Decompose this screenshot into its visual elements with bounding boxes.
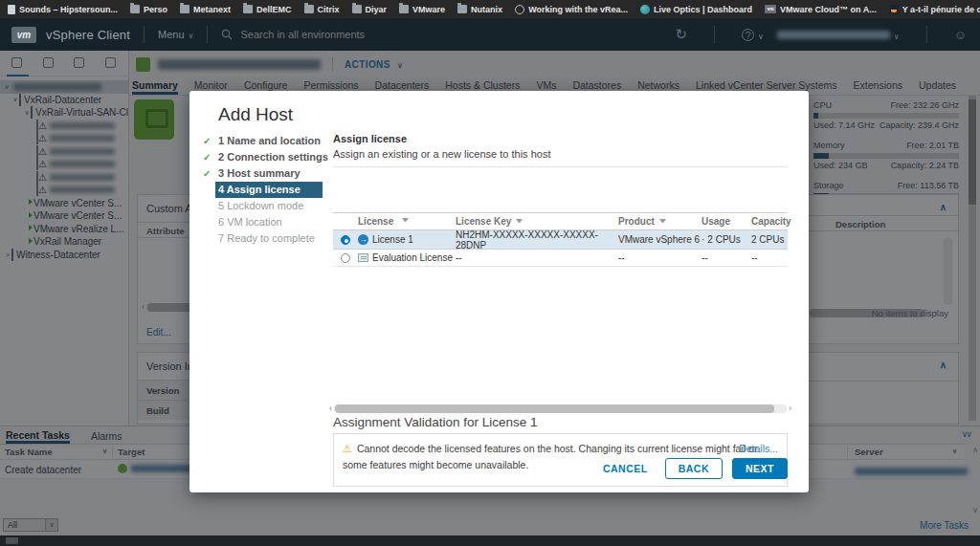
search-input[interactable] (240, 29, 451, 40)
scroll-right-icon[interactable]: › (789, 404, 791, 414)
chevron-down-icon: ∨ (894, 33, 900, 41)
menu-button[interactable]: Menu∨ (158, 29, 193, 40)
bookmark[interactable]: vmVMware Cloud™ on A... (765, 5, 877, 14)
global-search[interactable] (221, 29, 451, 40)
user-menu[interactable]: ∨ (777, 26, 900, 43)
step-host-summary[interactable]: ✓3 Host summary (189, 165, 333, 182)
product-cell: -- (618, 252, 702, 263)
search-icon (221, 29, 233, 40)
license-table-header: License License Key Product Usage Capaci… (333, 213, 788, 230)
license-icon: → (358, 234, 368, 245)
bookmark-label: Working with the vRea... (528, 5, 628, 14)
bookmark[interactable]: Working with the vRea... (515, 5, 628, 14)
next-button[interactable]: NEXT (732, 458, 788, 479)
usage-column-header[interactable]: Usage (702, 216, 751, 227)
bookmark-label: Citrix (318, 5, 340, 14)
license-name: Evaluation License (372, 252, 453, 263)
bookmark-folder[interactable]: Citrix (304, 5, 340, 14)
bookmark[interactable]: Y a-t-il pénurie de ch... (889, 5, 980, 14)
warning-icon: ⚠ (343, 443, 352, 454)
folder-icon (180, 5, 189, 13)
vm-logo[interactable]: vm (11, 27, 36, 43)
step-name-and-location[interactable]: ✓1 Name and location (189, 133, 333, 149)
feedback-smiley-icon[interactable]: ☺ (954, 28, 967, 42)
bookmark-label: DellEMC (256, 5, 292, 14)
filter-icon[interactable] (516, 219, 523, 226)
bookmark-label: Y a-t-il pénurie de ch... (902, 5, 980, 14)
folder-icon (352, 5, 362, 13)
folder-icon (399, 5, 409, 13)
help-icon: ? (742, 29, 754, 41)
license-key-cell: -- (456, 252, 618, 263)
step-subheading: Assign an existing or a new license to t… (333, 148, 788, 160)
add-host-wizard: Add Host ✓1 Name and location ✓2 Connect… (189, 91, 809, 492)
vmware-icon: vm (765, 5, 776, 13)
back-button[interactable]: BACK (665, 458, 723, 479)
help-menu[interactable]: ?∨ (742, 26, 764, 43)
refresh-icon[interactable]: ↻ (675, 26, 687, 43)
divider (144, 26, 145, 43)
product-cell: VMware vSphere 6 for ... (618, 234, 702, 245)
capacity-cell: -- (751, 252, 788, 263)
usage-cell: 2 CPUs (707, 234, 740, 245)
license-row-evaluation[interactable]: Evaluation License -- -- -- -- (333, 250, 788, 267)
check-icon: ✓ (203, 133, 211, 149)
bookmark-folder[interactable]: Nutanix (457, 5, 502, 14)
step-connection-settings[interactable]: ✓2 Connection settings (189, 149, 333, 165)
wizard-step-content: Assign license Assign an existing or a n… (333, 133, 788, 167)
filter-icon[interactable] (402, 218, 409, 225)
details-link[interactable]: Details... (739, 441, 778, 456)
bookmark-folder[interactable]: Metanext (180, 5, 231, 14)
evaluation-license-icon (358, 253, 368, 262)
assignment-validation-heading: Assignment Validation for License 1 (333, 415, 538, 429)
filter-icon[interactable] (659, 219, 666, 226)
step-heading: Assign license (333, 133, 788, 144)
bookmark-label: Perso (144, 5, 167, 14)
bookmark-label: Metanext (193, 5, 231, 14)
license-column-header[interactable]: License (358, 216, 393, 227)
table-horizontal-scrollbar[interactable]: ‹ › (329, 404, 791, 414)
product-column-header[interactable]: Product (618, 216, 655, 227)
capacity-column-header[interactable]: Capacity (751, 216, 788, 227)
live-optics-icon (640, 5, 650, 14)
redacted-username (777, 31, 890, 39)
bookmark-label: Nutanix (471, 5, 502, 14)
bookmark-label: Live Optics | Dashboard (654, 5, 752, 14)
divider (926, 26, 927, 43)
usage-cell: -- (702, 252, 751, 263)
vsphere-header: vm vSphere Client Menu∨ ↻ ?∨ ∨ ☺ (0, 18, 980, 51)
license-key-column-header[interactable]: License Key (456, 216, 511, 227)
divider (714, 26, 715, 43)
bookmark-label: Sounds – Hipstersoun... (19, 5, 118, 14)
bookmark[interactable]: Sounds – Hipstersoun... (8, 5, 118, 14)
wizard-footer: CANCEL BACK NEXT (595, 458, 788, 479)
divider (207, 26, 208, 43)
bookmark-folder[interactable]: Diyar (352, 5, 388, 14)
folder-icon (304, 5, 314, 13)
license-row-license-1[interactable]: →License 1 NH2HM-XXXXX-XXXXX-XXXXX-28DNP… (333, 230, 788, 250)
step-assign-license[interactable]: 4 Assign license (215, 182, 323, 198)
app-title: vSphere Client (46, 28, 130, 42)
step-lockdown-mode[interactable]: 5 Lockdown mode (189, 198, 333, 214)
radio-selected[interactable] (341, 235, 350, 245)
bookmark-label: VMware Cloud™ on A... (780, 5, 877, 14)
bookmark-label: Diyar (366, 5, 388, 14)
step-vm-location[interactable]: 6 VM location (189, 214, 333, 230)
bookmark-folder[interactable]: Perso (130, 5, 167, 14)
chevron-down-icon: ∨ (758, 33, 764, 41)
page-icon (8, 5, 15, 14)
cancel-button[interactable]: CANCEL (595, 458, 656, 479)
capacity-cell: 2 CPUs (751, 234, 788, 245)
check-icon: ✓ (203, 149, 211, 165)
bookmark-folder[interactable]: DellEMC (243, 5, 292, 14)
radio-unselected[interactable] (341, 253, 350, 263)
bookmark-label: VMware (412, 5, 445, 14)
step-ready-to-complete[interactable]: 7 Ready to complete (189, 230, 333, 247)
bookmark[interactable]: Live Optics | Dashboard (640, 5, 752, 14)
folder-icon (457, 5, 467, 13)
bookmark-folder[interactable]: VMware (399, 5, 445, 14)
globe-icon (515, 5, 524, 14)
license-name: License 1 (372, 234, 413, 245)
scroll-left-icon[interactable]: ‹ (329, 404, 332, 414)
license-key-cell: NH2HM-XXXXX-XXXXX-XXXXX-28DNP (456, 229, 618, 251)
